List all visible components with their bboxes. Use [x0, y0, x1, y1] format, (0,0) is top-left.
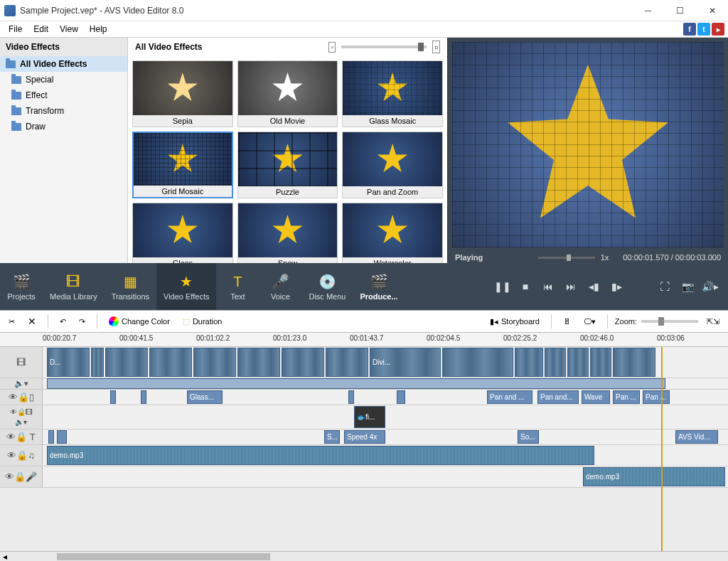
display-button[interactable]: 🖵▾	[579, 315, 600, 328]
text-clip[interactable]: AVS Vid...	[675, 430, 718, 444]
storyboard-button[interactable]: ▮◂ Storyboard	[486, 315, 544, 328]
thumb-large-icon[interactable]: ▫	[432, 41, 440, 53]
fullscreen-button[interactable]: ⛶	[655, 278, 674, 295]
effect-snow[interactable]: Snow	[237, 203, 338, 263]
tree-effect[interactable]: Effect	[0, 87, 127, 103]
effect-clip[interactable]: Glass...	[187, 390, 223, 404]
toolbar-videoeffects[interactable]: ★Video Effects	[156, 263, 216, 310]
toolbar-text[interactable]: TText	[216, 263, 259, 310]
toolbar-voice[interactable]: 🎤Voice	[259, 263, 301, 310]
volume-button[interactable]: 🔊▸	[701, 278, 719, 295]
effect-clip[interactable]	[348, 390, 354, 404]
tree-all-video-effects[interactable]: All Video Effects	[0, 56, 127, 72]
timeline-hscroll[interactable]: ◂	[0, 551, 728, 561]
stop-button[interactable]: ■	[516, 278, 535, 295]
tree-transform[interactable]: Transform	[0, 103, 127, 119]
playhead[interactable]	[661, 347, 663, 551]
toolbar-projects[interactable]: 🎬Projects	[0, 263, 43, 310]
video-clip[interactable]	[442, 348, 513, 377]
video-track[interactable]: 🎞 D...Divi...	[0, 347, 728, 378]
twitter-icon[interactable]: t	[697, 23, 710, 36]
text-clip[interactable]: S...	[324, 430, 340, 444]
tree-special[interactable]: Special	[0, 72, 127, 87]
thumb-size-slider[interactable]	[341, 46, 427, 48]
close-button[interactable]: ✕	[696, 0, 728, 21]
video-clip[interactable]: D...	[47, 348, 90, 377]
effects-track[interactable]: 👁🔒▯ Glass...Pan and ...Pan and...WavePan…	[0, 390, 728, 405]
video-clip[interactable]	[282, 348, 324, 377]
video-clip[interactable]	[590, 348, 611, 377]
toolbar-discmenu[interactable]: 💿Disc Menu	[301, 263, 353, 310]
toolbar-transitions[interactable]: ▦Transitions	[105, 263, 156, 310]
effect-sepia[interactable]: Sepia	[132, 60, 233, 127]
change-color-button[interactable]: Change Color	[105, 314, 174, 328]
pause-button[interactable]: ❚❚	[493, 278, 512, 295]
effect-glass[interactable]: Glass	[132, 203, 233, 263]
maximize-button[interactable]: ☐	[664, 0, 696, 21]
time-ruler[interactable]: 00:00:20.700:00:41.500:01:02.200:01:23.0…	[0, 333, 728, 347]
preview-canvas[interactable]	[452, 42, 724, 247]
toolbar-produce[interactable]: 🎬Produce...	[353, 263, 405, 310]
zoom-fit-button[interactable]: ⇱⇲	[702, 315, 724, 328]
tree-draw[interactable]: Draw	[0, 119, 127, 134]
text-clip[interactable]	[48, 430, 54, 444]
effect-puzzle[interactable]: Puzzle	[237, 132, 338, 198]
redo-button[interactable]: ↷	[75, 315, 90, 328]
snapshot-button[interactable]: 📷	[678, 278, 697, 295]
audio-clip[interactable]: demo.mp3	[47, 446, 594, 465]
prev-button[interactable]: ⏮	[539, 278, 557, 295]
facebook-icon[interactable]: f	[683, 23, 696, 36]
video-clip[interactable]: Divi...	[370, 348, 441, 377]
video-clip[interactable]	[149, 348, 192, 377]
effect-clip[interactable]: Pan ...	[643, 390, 670, 404]
overlay-track[interactable]: 👁🔒🎞🔈▾ 🐟 fi...	[0, 405, 728, 429]
effect-grid-mosaic[interactable]: Grid Mosaic	[132, 132, 233, 198]
next-button[interactable]: ⏭	[562, 278, 580, 295]
effect-clip[interactable]: Pan and ...	[487, 390, 532, 404]
mixer-button[interactable]: 🎚	[559, 315, 575, 328]
effect-clip[interactable]: Pan and...	[537, 390, 579, 404]
video-clip[interactable]	[105, 348, 148, 377]
audio-clip[interactable]: demo.mp3	[583, 467, 725, 486]
text-clip[interactable]: So...	[518, 430, 539, 444]
menu-view[interactable]: View	[54, 23, 84, 36]
menu-edit[interactable]: Edit	[28, 23, 54, 36]
audio-track-2[interactable]: 👁🔒🎤 demo.mp3	[0, 466, 728, 488]
audio-track-1[interactable]: 👁🔒♫ demo.mp3	[0, 445, 728, 466]
duration-button[interactable]: ⬚Duration	[178, 315, 227, 328]
frame-fwd-icon[interactable]: ▮▸	[607, 278, 626, 295]
minimize-button[interactable]: ─	[632, 0, 664, 21]
effect-clip[interactable]: Wave	[582, 390, 610, 404]
frame-back-icon[interactable]: ◂▮	[584, 278, 603, 295]
effect-clip[interactable]	[110, 390, 116, 404]
menu-help[interactable]: Help	[84, 23, 113, 36]
video-clip[interactable]	[613, 348, 655, 377]
effect-watercolor[interactable]: Watercolor	[342, 203, 443, 263]
menu-file[interactable]: File	[3, 23, 28, 36]
zoom-slider[interactable]	[641, 320, 698, 323]
effect-pan-and-zoom[interactable]: Pan and Zoom	[342, 132, 443, 198]
video-clip[interactable]	[91, 348, 104, 377]
text-track[interactable]: 👁🔒 T S...Speed 4xSo...AVS Vid...	[0, 429, 728, 445]
speed-slider[interactable]	[538, 257, 595, 259]
overlay-clip[interactable]: 🐟 fi...	[354, 406, 385, 428]
thumb-small-icon[interactable]: ▫	[328, 42, 336, 53]
toolbar-medialibrary[interactable]: 🎞Media Library	[43, 263, 105, 310]
video-clip[interactable]	[567, 348, 589, 377]
delete-button[interactable]: ✕	[23, 314, 41, 329]
undo-button[interactable]: ↶	[55, 315, 70, 328]
split-button[interactable]: ✂	[4, 315, 19, 328]
video-audio-track[interactable]: 🔈▾	[0, 378, 728, 390]
youtube-icon[interactable]: ▸	[712, 23, 724, 36]
text-clip[interactable]: Speed 4x	[344, 430, 385, 444]
video-clip[interactable]	[515, 348, 543, 377]
video-clip[interactable]	[545, 348, 566, 377]
effect-clip[interactable]: Pan ...	[613, 390, 640, 404]
video-clip[interactable]	[326, 348, 368, 377]
effect-glass-mosaic[interactable]: Glass Mosaic	[342, 60, 443, 127]
text-clip[interactable]	[57, 430, 67, 444]
effect-old-movie[interactable]: Old Movie	[237, 60, 338, 127]
video-clip[interactable]	[237, 348, 280, 377]
video-clip[interactable]	[193, 348, 236, 377]
effect-clip[interactable]	[397, 390, 405, 404]
